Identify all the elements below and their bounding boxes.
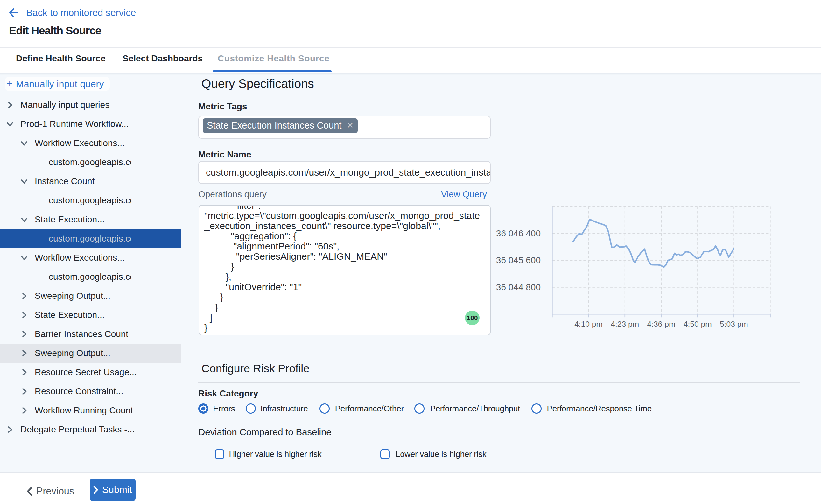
svg-text:4:36 pm: 4:36 pm [647,320,676,328]
svg-text:5:03 pm: 5:03 pm [720,320,748,328]
svg-text:36 044 800: 36 044 800 [496,282,541,292]
svg-text:4:23 pm: 4:23 pm [611,320,639,328]
svg-text:36 046 400: 36 046 400 [496,228,541,238]
svg-text:36 045 600: 36 045 600 [496,255,541,265]
svg-text:4:10 pm: 4:10 pm [574,320,603,328]
svg-text:4:50 pm: 4:50 pm [684,320,712,328]
